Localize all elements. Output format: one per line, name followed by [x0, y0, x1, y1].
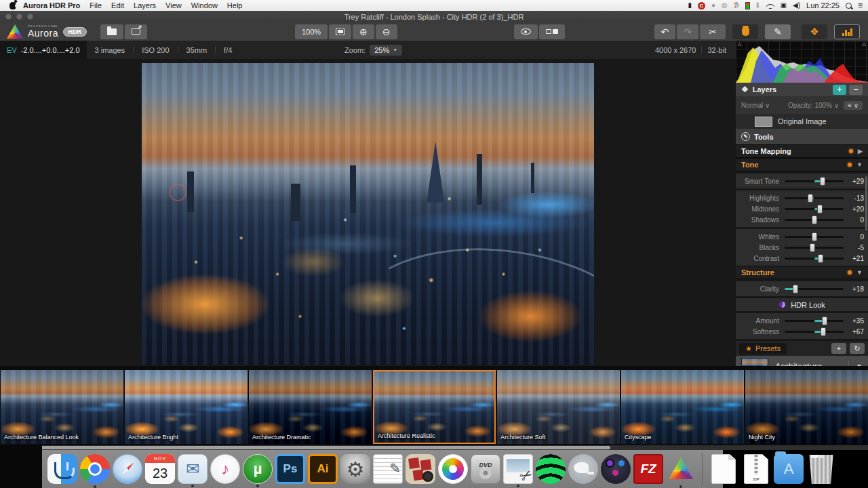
- notification-center-icon[interactable]: ≡: [858, 1, 863, 10]
- dock-icon-trash[interactable]: [806, 454, 836, 484]
- spotlight-icon[interactable]: [846, 3, 852, 9]
- export-button[interactable]: [125, 24, 147, 39]
- dock-icon-mail[interactable]: [178, 454, 208, 484]
- input-menu-icon[interactable]: ▣: [781, 1, 787, 10]
- menubar-app-name[interactable]: Aurora HDR Pro: [23, 1, 80, 9]
- editing-canvas[interactable]: [0, 59, 736, 366]
- highlight-clipping-icon[interactable]: △: [863, 41, 866, 46]
- menubar-menu-file[interactable]: File: [90, 1, 102, 9]
- slider-track[interactable]: [785, 320, 844, 322]
- tone-section[interactable]: Tone ▼: [736, 158, 868, 171]
- bluetooth-icon[interactable]: ᛒ: [756, 1, 760, 10]
- maximize-button[interactable]: [27, 14, 33, 20]
- crop-tool-button[interactable]: ✂: [700, 24, 726, 39]
- zoom-out-button[interactable]: ⊖: [376, 24, 397, 39]
- main-photo[interactable]: [142, 63, 594, 365]
- slider-thumb[interactable]: [821, 327, 826, 336]
- brush-tool-button[interactable]: ✎: [765, 24, 791, 39]
- dock-icon-photoshop[interactable]: Ps: [275, 454, 305, 484]
- preset-thumbnail[interactable]: Cityscape: [621, 370, 744, 444]
- dock-icon-grab[interactable]: [503, 454, 533, 484]
- preset-thumbnail[interactable]: Architecture Dramatic: [249, 370, 372, 444]
- close-button[interactable]: [5, 14, 12, 20]
- shadow-clipping-icon[interactable]: △: [738, 41, 741, 46]
- hand-tool-button[interactable]: [732, 24, 758, 39]
- volume-icon[interactable]: ◀): [793, 1, 800, 10]
- preset-thumbnail[interactable]: Architecture Bright: [125, 370, 248, 444]
- battery-meter-icon[interactable]: [745, 2, 750, 9]
- menubar-menu-window[interactable]: Window: [191, 1, 218, 9]
- battery-icon[interactable]: ▮: [688, 1, 692, 10]
- dock-icon-aurora[interactable]: [666, 454, 696, 484]
- slider-thumb[interactable]: [822, 317, 827, 325]
- zoom-100-button[interactable]: 100%: [295, 24, 328, 39]
- dock-icon-spotify[interactable]: [536, 454, 566, 484]
- slider-track[interactable]: [785, 258, 844, 260]
- structure-section[interactable]: Structure ▼: [736, 266, 868, 279]
- dock-icon-elephant[interactable]: [568, 454, 598, 484]
- slider-thumb[interactable]: [793, 285, 798, 293]
- blend-mode-dropdown[interactable]: Normal ∨: [741, 102, 770, 109]
- ccleaner-icon[interactable]: C: [698, 2, 705, 9]
- dock-icon-sysprefs[interactable]: [340, 454, 370, 484]
- dock-icon-appsfolder[interactable]: A: [774, 454, 804, 484]
- slider-thumb[interactable]: [812, 216, 817, 224]
- dock-icon-utorrent[interactable]: µ: [243, 454, 273, 484]
- preset-thumbnail[interactable]: Night City: [745, 370, 868, 444]
- slider-track[interactable]: [785, 288, 844, 290]
- dock-icon-itunes[interactable]: [210, 454, 240, 484]
- slider-thumb[interactable]: [810, 243, 815, 252]
- open-button[interactable]: [100, 24, 123, 39]
- menubar-menu-layers[interactable]: Layers: [134, 1, 156, 9]
- boom-icon[interactable]: ℬ: [734, 1, 739, 10]
- panel-scrollbar[interactable]: [865, 176, 867, 230]
- sync-presets-button[interactable]: ↻: [850, 343, 865, 354]
- histogram-toggle-button[interactable]: [834, 24, 860, 39]
- preset-thumbnail[interactable]: Architecture Soft: [497, 370, 620, 444]
- slider-track[interactable]: [785, 219, 844, 221]
- dock-icon-calendar[interactable]: NOV23: [145, 454, 175, 484]
- dock-icon-chrome[interactable]: [80, 454, 110, 484]
- dock-icon-dvd[interactable]: DVD: [471, 454, 500, 484]
- filmstrip-scrollbar-thumb[interactable]: [0, 446, 610, 449]
- dock-icon-finder[interactable]: [47, 454, 77, 484]
- filmstrip-scrollbar-track[interactable]: [0, 445, 868, 450]
- apple-menu-icon[interactable]: [9, 2, 16, 9]
- slider-track[interactable]: [785, 180, 844, 182]
- dock-icon-docfile[interactable]: [711, 454, 736, 484]
- app-dot-icon[interactable]: ●: [711, 1, 715, 10]
- menubar-clock[interactable]: Lun 22:25: [806, 1, 840, 9]
- menubar-menu-view[interactable]: View: [165, 1, 182, 9]
- slider-thumb[interactable]: [818, 254, 823, 263]
- preset-thumbnail[interactable]: Architecture Balanced Look: [1, 370, 123, 444]
- fit-screen-button[interactable]: [329, 24, 351, 39]
- opacity-dropdown[interactable]: 100% ∨: [814, 102, 839, 109]
- bell-icon[interactable]: ◍: [722, 1, 728, 10]
- slider-thumb[interactable]: [820, 177, 825, 186]
- zoom-in-button[interactable]: ⊕: [353, 24, 374, 39]
- preset-thumbnail[interactable]: Architecture Realistic: [373, 370, 496, 444]
- menubar-menu-help[interactable]: Help: [227, 1, 243, 9]
- slider-thumb[interactable]: [812, 232, 817, 241]
- dock-icon-zipfile[interactable]: ZIP: [744, 454, 768, 484]
- dock-icon-photobooth[interactable]: [406, 454, 435, 484]
- layer-item[interactable]: Original Image: [736, 114, 868, 129]
- undo-button[interactable]: ↶: [654, 24, 676, 39]
- slider-track[interactable]: [785, 197, 844, 199]
- dock-icon-textedit[interactable]: [373, 454, 403, 484]
- dock-icon-filezilla[interactable]: FZ: [633, 454, 663, 484]
- redo-button[interactable]: ↷: [677, 24, 698, 39]
- slider-track[interactable]: [785, 331, 844, 333]
- dock-icon-illustrator[interactable]: Ai: [308, 454, 338, 484]
- layers-toggle-button[interactable]: ❖: [802, 24, 827, 39]
- dock-icon-photos[interactable]: [438, 454, 468, 484]
- slider-thumb[interactable]: [817, 205, 823, 214]
- layer-menu-button[interactable]: ≡ ∨: [844, 101, 863, 110]
- slider-track[interactable]: [785, 236, 844, 238]
- slider-thumb[interactable]: [808, 194, 813, 203]
- compare-button[interactable]: [539, 24, 565, 39]
- zoom-dropdown[interactable]: 25% ▼: [370, 45, 402, 56]
- minimize-button[interactable]: [16, 14, 22, 20]
- add-preset-button[interactable]: +: [831, 343, 846, 354]
- preview-button[interactable]: [514, 24, 538, 39]
